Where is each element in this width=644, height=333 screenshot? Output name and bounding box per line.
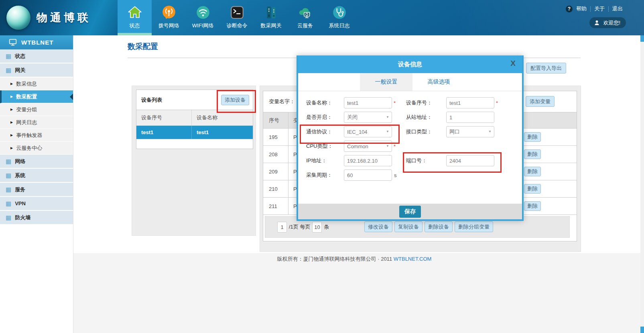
page-number-input[interactable]	[277, 222, 287, 233]
modal-tabs: 一般设置 高级选项	[298, 73, 522, 91]
nav-item-system-log[interactable]: 系统日志	[322, 0, 356, 35]
nav-menu: 状态 拨号网络 WIFI网络 诊断命令	[118, 0, 356, 35]
port-input[interactable]	[446, 155, 494, 166]
delete-group-variable-button[interactable]: 删除分组变量	[455, 221, 493, 232]
sidebar-item-firewall[interactable]: ▦防火墙	[0, 211, 73, 225]
list-icon: ▦	[6, 158, 11, 164]
sidebar-item-gateway[interactable]: ▦网关	[0, 63, 73, 78]
scrollbar-thumb-top[interactable]	[640, 35, 644, 42]
delete-variable-button[interactable]: 删除	[524, 149, 541, 159]
interface-type-select[interactable]	[446, 126, 494, 137]
cloud-icon	[297, 3, 313, 22]
wtblnet-link[interactable]: WTBLNET.COM	[394, 256, 432, 262]
logout-link[interactable]: 退出	[612, 5, 623, 12]
top-navbar: 物通博联 状态 拨号网络 WIFI网络	[0, 0, 644, 35]
device-name-cell: test1	[192, 126, 253, 139]
welcome-badge[interactable]: 欢迎您!	[589, 17, 626, 28]
tab-general-settings[interactable]: 一般设置	[360, 73, 412, 91]
help-link[interactable]: 帮助	[576, 5, 587, 12]
sidebar-item-variable-group[interactable]: ▶变量分组	[0, 103, 73, 116]
sidebar-item-cloud-center[interactable]: ▶云服务中心	[0, 142, 73, 155]
modal-header: 设备信息 X	[298, 55, 522, 73]
device-serial-input[interactable]	[446, 97, 494, 108]
variable-filter-label: 变量名字：	[269, 98, 295, 105]
sidebar-header: WTBLNET	[0, 35, 73, 49]
field-ip-address: IP地址：	[306, 155, 392, 167]
modify-device-button[interactable]: 修改设备	[364, 221, 392, 232]
delete-variable-button[interactable]: 删除	[524, 201, 541, 211]
nav-item-cloud-service[interactable]: 云服务	[288, 0, 322, 35]
required-marker: *	[496, 100, 498, 106]
sidebar-item-status[interactable]: ▦状态	[0, 49, 73, 63]
add-variable-button[interactable]: 添加变量	[526, 96, 555, 107]
field-protocol: 通信协议： ▼	[306, 126, 392, 138]
sidebar-item-data-info[interactable]: ▶数采信息	[0, 78, 73, 90]
broadcast-icon	[161, 3, 177, 22]
close-icon[interactable]: X	[510, 59, 516, 68]
delete-device-button[interactable]: 删除设备	[425, 221, 453, 232]
config-import-export-button[interactable]: 配置导入导出	[526, 63, 566, 74]
terminal-icon	[229, 3, 245, 22]
sidebar-item-gateway-log[interactable]: ▶网关日志	[0, 116, 73, 129]
seconds-unit: s	[394, 172, 397, 178]
server-icon	[263, 3, 279, 22]
device-list-panel: 设备列表 添加设备 设备序号 设备名称 test1 test1	[132, 86, 256, 236]
device-list-box: 设备列表 添加设备 设备序号 设备名称 test1 test1	[136, 90, 253, 149]
triangle-icon: ▶	[10, 82, 13, 86]
field-device-name: 设备名称： *	[306, 97, 396, 109]
scrollbar-thumb-bottom[interactable]	[640, 327, 644, 333]
separator	[608, 6, 609, 12]
device-row-empty	[136, 139, 253, 149]
device-list-title: 设备列表	[141, 96, 162, 104]
field-device-serial: 设备序号： *	[406, 97, 498, 109]
cpu-type-select[interactable]	[344, 141, 392, 152]
collect-period-input[interactable]	[344, 170, 392, 181]
stethoscope-icon	[331, 3, 347, 22]
page-size-input[interactable]	[312, 222, 322, 233]
sidebar-item-network[interactable]: ▦网络	[0, 155, 73, 169]
ip-address-input[interactable]	[344, 155, 392, 166]
user-icon	[594, 20, 600, 26]
nav-item-label: WIFI网络	[192, 22, 213, 29]
footer-band	[73, 253, 644, 333]
sidebar-item-data-config[interactable]: ▶数采配置	[0, 90, 73, 103]
wifi-icon	[195, 3, 211, 22]
nav-item-diagnostic-command[interactable]: 诊断命令	[220, 0, 254, 35]
copy-device-button[interactable]: 复制设备	[394, 221, 423, 232]
sidebar-item-system[interactable]: ▦系统	[0, 169, 73, 183]
delete-variable-button[interactable]: 删除	[524, 184, 541, 194]
tab-advanced-options[interactable]: 高级选项	[412, 73, 465, 91]
triangle-icon: ▶	[10, 146, 13, 150]
nav-item-status[interactable]: 状态	[118, 0, 152, 35]
triangle-icon: ▶	[10, 108, 13, 111]
add-device-button[interactable]: 添加设备	[221, 95, 249, 105]
sidebar-item-vpn[interactable]: ▦VPN	[0, 197, 73, 211]
sidebar-item-event-trigger[interactable]: ▶事件触发器	[0, 129, 73, 142]
sidebar: WTBLNET ▦状态 ▦网关 ▶数采信息 ▶数采配置 ▶变量分组 ▶网关日志 …	[0, 35, 73, 333]
nav-utility-links: ? 帮助 关于 退出	[566, 5, 623, 12]
nav-item-label: 云服务	[297, 22, 313, 29]
delete-variable-button[interactable]: 删除	[524, 132, 541, 142]
brand-globe-icon	[6, 6, 30, 30]
page-suffix-label: /1页 每页	[289, 223, 310, 231]
list-icon: ▦	[6, 53, 11, 59]
triangle-icon: ▶	[10, 133, 13, 137]
sidebar-item-service[interactable]: ▦服务	[0, 183, 73, 197]
home-icon	[127, 3, 143, 22]
nav-item-dialup-network[interactable]: 拨号网络	[152, 0, 186, 35]
nav-item-label: 状态	[130, 22, 140, 29]
brand-name: 物通博联	[37, 10, 91, 25]
enabled-select[interactable]	[344, 112, 392, 123]
about-link[interactable]: 关于	[594, 5, 605, 12]
nav-item-data-gateway[interactable]: 数采网关	[254, 0, 288, 35]
protocol-select[interactable]	[344, 126, 392, 137]
field-enabled: 是否开启： ▼	[306, 111, 392, 123]
delete-variable-button[interactable]: 删除	[524, 167, 541, 176]
save-button[interactable]: 保存	[399, 206, 421, 218]
slave-address-input[interactable]	[446, 112, 494, 123]
nav-item-wifi-network[interactable]: WIFI网络	[186, 0, 220, 35]
column-header-no: 序号	[263, 117, 288, 124]
device-row-selected[interactable]: test1 test1	[136, 126, 253, 139]
scrollbar[interactable]	[640, 35, 644, 333]
device-name-input[interactable]	[344, 97, 392, 108]
